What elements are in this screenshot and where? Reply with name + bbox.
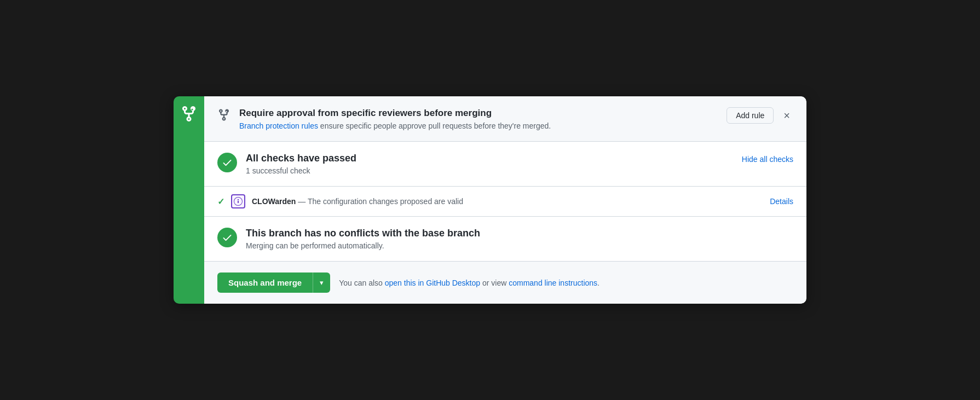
cli-link[interactable]: command line instructions: [509, 279, 597, 287]
merge-dropdown-button[interactable]: ▾: [313, 273, 330, 293]
clowarden-left: ✓ CLOWarden — The configuration changes …: [217, 194, 463, 208]
clowarden-check-icon: ✓: [217, 196, 224, 207]
branch-protection-rules-link[interactable]: Branch protection rules: [239, 121, 318, 130]
no-conflicts-text: This branch has no conflicts with the ba…: [246, 228, 480, 250]
clowarden-separator: —: [296, 197, 308, 206]
main-panel: Require approval from specific reviewers…: [204, 96, 806, 304]
merge-info-middle: or view: [480, 279, 509, 287]
clowarden-text: CLOWarden — The configuration changes pr…: [252, 197, 463, 206]
merge-info-text: You can also open this in GitHub Desktop…: [339, 279, 599, 287]
hide-all-checks-link[interactable]: Hide all checks: [742, 155, 793, 164]
details-link[interactable]: Details: [770, 197, 793, 206]
merge-button-group: Squash and merge ▾: [217, 273, 330, 293]
no-conflicts-left: This branch has no conflicts with the ba…: [217, 228, 480, 250]
merge-info-suffix: .: [597, 279, 599, 287]
clowarden-description: The configuration changes proposed are v…: [308, 197, 463, 206]
require-approval-right: Add rule ×: [727, 107, 793, 124]
checks-passed-icon: [217, 153, 237, 172]
checks-passed-subtitle: 1 successful check: [246, 166, 356, 175]
branch-protection-icon: [217, 108, 230, 124]
clowarden-name: CLOWarden: [252, 197, 296, 206]
require-approval-description-text: ensure specific people approve pull requ…: [318, 121, 551, 130]
clowarden-section: ✓ CLOWarden — The configuration changes …: [204, 187, 806, 217]
merge-section: Squash and merge ▾ You can also open thi…: [204, 262, 806, 304]
checks-passed-title: All checks have passed: [246, 153, 356, 164]
merge-info-prefix: You can also: [339, 279, 385, 287]
no-conflicts-title: This branch has no conflicts with the ba…: [246, 228, 480, 239]
github-logo-icon: [180, 105, 198, 125]
require-approval-description: Branch protection rules ensure specific …: [239, 121, 551, 130]
require-approval-title: Require approval from specific reviewers…: [239, 107, 551, 119]
checks-passed-section: All checks have passed 1 successful chec…: [204, 142, 806, 187]
open-desktop-link[interactable]: open this in GitHub Desktop: [385, 279, 480, 287]
add-rule-button[interactable]: Add rule: [727, 107, 774, 124]
no-conflicts-subtitle: Merging can be performed automatically.: [246, 241, 480, 250]
require-approval-left: Require approval from specific reviewers…: [217, 107, 551, 130]
clowarden-logo: [231, 194, 245, 208]
checks-passed-left: All checks have passed 1 successful chec…: [217, 153, 356, 175]
no-conflicts-icon: [217, 228, 237, 247]
close-button[interactable]: ×: [780, 109, 793, 122]
page-wrapper: Require approval from specific reviewers…: [174, 96, 806, 304]
require-approval-text: Require approval from specific reviewers…: [239, 107, 551, 130]
github-sidebar: [174, 96, 204, 304]
checks-passed-text: All checks have passed 1 successful chec…: [246, 153, 356, 175]
squash-merge-button[interactable]: Squash and merge: [217, 273, 313, 293]
merge-dropdown-icon: ▾: [320, 279, 324, 287]
require-approval-section: Require approval from specific reviewers…: [204, 96, 806, 142]
no-conflicts-section: This branch has no conflicts with the ba…: [204, 217, 806, 262]
